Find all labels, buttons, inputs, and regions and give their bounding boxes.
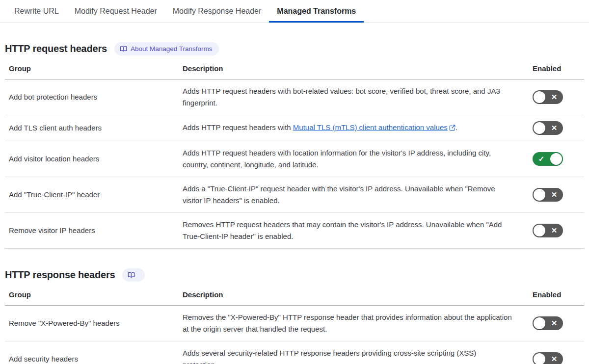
toggle-knob xyxy=(534,225,545,236)
description-cell: Removes the "X-Powered-By" HTTP response… xyxy=(176,306,529,341)
check-icon: ✓ xyxy=(535,152,548,166)
enabled-cell: ✕ xyxy=(529,177,584,213)
toggle-add-bot-protection-headers[interactable]: ✕ xyxy=(533,90,563,104)
column-header-description: Description xyxy=(176,286,529,306)
table-row: Add visitor location headers Adds HTTP r… xyxy=(5,141,584,177)
tab-bar: Rewrite URLModify Request HeaderModify R… xyxy=(0,0,589,23)
table-row: Remove visitor IP headers Removes HTTP r… xyxy=(5,213,584,249)
toggle-remove-x-powered-by-headers[interactable]: ✕ xyxy=(533,316,563,330)
group-cell: Add bot protection headers xyxy=(5,79,176,115)
tab-rewrite-url[interactable]: Rewrite URL xyxy=(6,0,67,23)
enabled-cell: ✕ xyxy=(529,306,584,341)
x-icon: ✕ xyxy=(547,352,561,364)
external-link-icon xyxy=(449,123,455,134)
section-http-response-headers: HTTP response headers Group Description … xyxy=(5,268,584,364)
column-header-enabled: Enabled xyxy=(529,60,584,79)
description-cell: Adds several security-related HTTP respo… xyxy=(176,341,529,364)
column-header-group: Group xyxy=(5,286,176,306)
section-title: HTTP response headers xyxy=(5,269,115,281)
column-header-group: Group xyxy=(5,60,176,79)
group-cell: Add "True-Client-IP" header xyxy=(5,177,176,213)
section-http-request-headers: HTTP request headers About Managed Trans… xyxy=(5,42,584,249)
section-title: HTTP request headers xyxy=(5,43,107,54)
enabled-cell: ✕ xyxy=(529,213,584,249)
table-row: Add security headers Adds several securi… xyxy=(5,341,584,364)
group-cell: Add security headers xyxy=(5,341,176,364)
enabled-cell: ✕ xyxy=(529,115,584,141)
description-cell: Adds HTTP request headers with Mutual TL… xyxy=(176,115,529,141)
table-header-row: Group Description Enabled xyxy=(5,286,584,306)
group-cell: Add visitor location headers xyxy=(5,141,176,177)
toggle-knob xyxy=(534,189,545,201)
enabled-cell: ✕ xyxy=(529,79,584,115)
about-managed-transforms-badge[interactable]: About Managed Transforms xyxy=(114,42,219,55)
about-managed-transforms-badge[interactable] xyxy=(122,268,145,282)
x-icon: ✕ xyxy=(547,224,561,237)
description-cell: Adds HTTP request headers with location … xyxy=(176,141,529,177)
table-row: Add TLS client auth headers Adds HTTP re… xyxy=(5,115,584,141)
x-icon: ✕ xyxy=(547,121,561,135)
open-book-icon xyxy=(128,271,135,279)
description-cell: Removes HTTP request headers that may co… xyxy=(176,213,529,249)
table-row: Add bot protection headers Adds HTTP req… xyxy=(5,79,584,115)
toggle-add-tls-client-auth-headers[interactable]: ✕ xyxy=(533,121,563,135)
transforms-table: Group Description Enabled Add bot protec… xyxy=(5,60,584,249)
toggle-knob xyxy=(550,153,562,165)
tab-modify-response-header[interactable]: Modify Response Header xyxy=(165,0,269,23)
toggle-knob xyxy=(534,317,545,329)
toggle-add-security-headers[interactable]: ✕ xyxy=(533,352,563,364)
toggle-knob xyxy=(534,353,545,364)
toggle-knob xyxy=(534,91,545,103)
x-icon: ✕ xyxy=(547,316,561,330)
group-cell: Remove visitor IP headers xyxy=(5,213,176,249)
main-content: HTTP request headers About Managed Trans… xyxy=(0,42,589,364)
column-header-enabled: Enabled xyxy=(529,286,584,306)
group-cell: Add TLS client auth headers xyxy=(5,115,176,141)
toggle-knob xyxy=(534,122,545,134)
x-icon: ✕ xyxy=(547,90,561,104)
description-cell: Adds a "True-Client-IP" request header w… xyxy=(176,177,529,213)
x-icon: ✕ xyxy=(547,188,561,202)
group-cell: Remove "X-Powered-By" headers xyxy=(5,306,176,341)
description-link[interactable]: Mutual TLS (mTLS) client authentication … xyxy=(293,123,448,131)
enabled-cell: ✕ xyxy=(529,341,584,364)
column-header-description: Description xyxy=(176,60,529,79)
toggle-add-true-client-ip-header[interactable]: ✕ xyxy=(533,188,563,202)
transforms-table: Group Description Enabled Remove "X-Powe… xyxy=(5,286,584,364)
badge-label: About Managed Transforms xyxy=(131,46,213,52)
toggle-add-visitor-location-headers[interactable]: ✓ xyxy=(533,152,563,166)
enabled-cell: ✓ xyxy=(529,141,584,177)
open-book-icon xyxy=(120,45,127,52)
tab-modify-request-header[interactable]: Modify Request Header xyxy=(67,0,165,23)
table-row: Add "True-Client-IP" header Adds a "True… xyxy=(5,177,584,213)
table-header-row: Group Description Enabled xyxy=(5,60,584,79)
toggle-remove-visitor-ip-headers[interactable]: ✕ xyxy=(533,224,563,237)
tab-managed-transforms[interactable]: Managed Transforms xyxy=(269,0,364,23)
table-row: Remove "X-Powered-By" headers Removes th… xyxy=(5,306,584,341)
description-cell: Adds HTTP request headers with bot-relat… xyxy=(176,79,529,115)
